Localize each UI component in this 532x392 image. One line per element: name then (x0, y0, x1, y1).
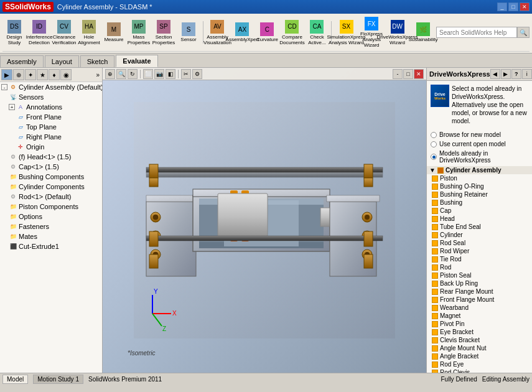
dw-radio-browse[interactable] (431, 132, 437, 138)
dw-tree-item[interactable]: Rod Eye (427, 360, 532, 368)
dw-tree-item[interactable]: Front Flange Mount (427, 296, 532, 304)
dw-tree-item[interactable]: Magnet (427, 312, 532, 320)
tree-item-cut-extrude[interactable]: ⬛ Cut-Extrude1 (0, 241, 102, 251)
simulation-button[interactable]: SX SimulationXpressAnalysis Wizard (334, 18, 358, 47)
tree-item-mates[interactable]: 📁 Mates (0, 231, 102, 241)
tree-item-front-plane[interactable]: ▱ Front Plane (0, 112, 102, 122)
dw-tree-item[interactable]: Rod Wiper (427, 247, 532, 255)
clearance-button[interactable]: CV ClearanceVerification (52, 18, 76, 47)
section-properties-button[interactable]: SP SectionProperties (152, 18, 175, 47)
hole-alignment-button[interactable]: HA HoleAlignment (77, 18, 101, 47)
search-go-button[interactable]: 🔍 (517, 27, 530, 38)
annotations-expand[interactable]: + (9, 104, 15, 110)
dw-info-button[interactable]: i (522, 69, 532, 79)
tab-sketch[interactable]: Sketch (80, 55, 115, 67)
curvature-button[interactable]: C Curvature (255, 21, 279, 44)
tree-btn-6[interactable]: ◉ (60, 69, 72, 80)
dw-radio-existing[interactable] (431, 154, 437, 160)
tab-layout[interactable]: Layout (45, 55, 79, 67)
tree-item-piston[interactable]: 📁 Piston Components (0, 202, 102, 212)
tree-item-bushing[interactable]: 📁 Bushing Components (0, 172, 102, 182)
tree-item-annotations[interactable]: + A Annotations (0, 102, 102, 112)
close-button[interactable]: ✕ (520, 2, 530, 11)
tree-item-cylinder[interactable]: 📁 Cylinder Components (0, 182, 102, 192)
tree-root[interactable]: - ⚙ Cylinder Assembly (Default) (0, 82, 102, 92)
tree-btn-3[interactable]: ✦ (25, 69, 36, 80)
motion-study-tab[interactable]: Motion Study 1 (33, 375, 83, 384)
dw-back-button[interactable]: ◀ (490, 69, 500, 79)
dw-tree-item[interactable]: Tie Rod (427, 255, 532, 263)
vp-btn-4[interactable]: ⬜ (143, 69, 153, 79)
vp-settings[interactable]: ⚙ (192, 69, 202, 79)
vp-maximize[interactable]: □ (403, 69, 413, 79)
dw-help-button[interactable]: ? (511, 69, 521, 79)
compare-docs-button[interactable]: CD CompareDocuments (280, 18, 304, 47)
tree-item-rod[interactable]: ⚙ Rod<1> (Default) (0, 192, 102, 202)
dw-option-current[interactable]: Use current open model (431, 141, 528, 147)
dw-tree-root[interactable]: ▼ Cylinder Assembly (427, 166, 532, 174)
tree-item-head[interactable]: ⚙ (f) Head<1> (1.5) (0, 152, 102, 162)
root-expand[interactable]: - (1, 84, 7, 90)
minimize-button[interactable]: _ (497, 2, 507, 11)
measure-button[interactable]: M Measure (102, 21, 126, 44)
vp-minimize[interactable]: - (393, 69, 403, 79)
dw-tree-item[interactable]: Tube End Seal (427, 223, 532, 231)
dw-tree-item[interactable]: Rear Flange Mount (427, 287, 532, 296)
search-input[interactable] (436, 27, 517, 38)
dw-tree-item[interactable]: Angle Mount Nut (427, 344, 532, 352)
tree-btn-4[interactable]: ★ (37, 69, 48, 80)
dw-tree-expand[interactable]: ▼ (429, 167, 436, 174)
3d-viewport[interactable]: ⊕ 🔍 ↻ ⬜ 📷 ◧ ✂ ⚙ - □ ✕ (103, 68, 426, 373)
dw-tree-item[interactable]: Bushing (427, 198, 532, 207)
vp-display-style[interactable]: ◧ (166, 69, 175, 79)
tree-item-sensors[interactable]: 📡 Sensors (0, 92, 102, 102)
dw-tree-item[interactable]: Head (427, 215, 532, 223)
design-study-button[interactable]: DS DesignStudy (2, 18, 26, 47)
sensor-button[interactable]: S Sensor (177, 21, 200, 44)
dw-tree-item[interactable]: Piston Seal (427, 271, 532, 279)
tree-expand-all[interactable]: » (95, 72, 101, 78)
vp-btn-5[interactable]: 📷 (154, 69, 164, 79)
vp-btn-3[interactable]: ↻ (128, 69, 138, 79)
dw-forward-button[interactable]: ▶ (501, 69, 511, 79)
tree-item-options[interactable]: 📁 Options (0, 212, 102, 222)
tree-item-cap[interactable]: ⚙ Cap<1> (1.5) (0, 162, 102, 172)
assemblyxpert-button[interactable]: AX AssemblyXpert (230, 21, 254, 44)
dw-option-existing[interactable]: Models already in DriveWorksXpress (431, 150, 528, 164)
dw-tree-item[interactable]: Wearband (427, 304, 532, 312)
vp-close[interactable]: ✕ (414, 69, 424, 79)
tree-btn-5[interactable]: ♦ (49, 69, 60, 80)
dw-tree-item[interactable]: Piston (427, 174, 532, 182)
tab-assembly[interactable]: Assembly (0, 55, 44, 67)
tree-item-fasteners[interactable]: 📁 Fasteners (0, 222, 102, 231)
model-tab[interactable]: Model (2, 375, 28, 384)
tab-evaluate[interactable]: Evaluate (116, 55, 157, 67)
dw-tree-item[interactable]: Pivot Pin (427, 320, 532, 328)
dw-tree-item[interactable]: Angle Bracket (427, 352, 532, 360)
assembly-viz-button[interactable]: AV AssemblyVisualization (205, 18, 229, 47)
tree-item-top-plane[interactable]: ▱ Top Plane (0, 122, 102, 132)
dw-tree-item[interactable]: Cap (427, 207, 532, 215)
vp-btn-2[interactable]: 🔍 (116, 69, 126, 79)
dw-tree-item[interactable]: Rod Seal (427, 239, 532, 247)
tree-btn-1[interactable]: ▶ (1, 69, 12, 80)
dw-radio-current[interactable] (431, 141, 437, 147)
maximize-button[interactable]: □ (508, 2, 518, 11)
vp-section-view[interactable]: ✂ (181, 69, 191, 79)
dw-tree-item[interactable]: Clevis Bracket (427, 336, 532, 344)
dw-tree-item[interactable]: Cylinder (427, 231, 532, 239)
dw-tree-item[interactable]: Bushing O-Ring (427, 182, 532, 190)
dw-tree-item[interactable]: Rod (427, 263, 532, 271)
mass-properties-button[interactable]: MP MassProperties (127, 18, 151, 47)
dw-tree-item[interactable]: Eye Bracket (427, 328, 532, 336)
tree-item-origin[interactable]: ✛ Origin (0, 142, 102, 152)
check-active-button[interactable]: CA CheckActive... (305, 18, 329, 47)
dw-tree-item[interactable]: Back Up Ring (427, 279, 532, 287)
dw-tree-item[interactable]: Rod Clevis (427, 368, 532, 373)
tree-item-right-plane[interactable]: ▱ Right Plane (0, 132, 102, 142)
dw-tree-item[interactable]: Bushing Retainer (427, 190, 532, 198)
vp-btn-1[interactable]: ⊕ (105, 69, 115, 79)
tree-btn-2[interactable]: ⊕ (13, 69, 24, 80)
dw-option-browse[interactable]: Browse for new model (431, 131, 528, 138)
driveworks-wizard-button[interactable]: DW DriveWorksXpressWizard (385, 18, 410, 47)
